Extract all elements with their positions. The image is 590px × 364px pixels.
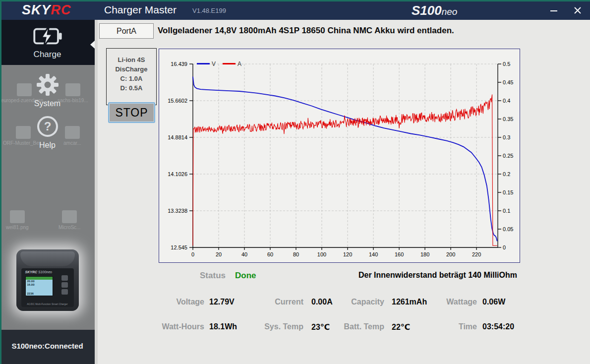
stat-label-sys-temp: Sys. Temp <box>219 322 303 331</box>
stat-label-watt-hours: Watt-Hours <box>120 322 204 331</box>
sidebar-item-label: System <box>0 99 95 108</box>
charge-battery-icon <box>0 26 95 49</box>
svg-text:0: 0 <box>191 251 194 257</box>
minimize-button[interactable] <box>545 4 562 17</box>
svg-text:16.439: 16.439 <box>171 61 187 67</box>
stat-label-capacity: Capacity <box>300 298 384 306</box>
device-lcd-screen: 20.00 16.00 2236 <box>25 276 53 296</box>
model-logo: S100neo <box>412 3 457 18</box>
chart: 16.43915.660214.881414.102613.323812.545… <box>159 49 520 263</box>
model-name: S100 <box>412 3 442 18</box>
device-image: SKYRC S100neo 20.00 16.00 2236 AC/DC Mul… <box>0 234 95 326</box>
device-lcd-value3: 2236 <box>27 292 34 295</box>
main-content: PortA Vollgeladener 14,8V 1800mAh 4S1P 1… <box>95 20 590 364</box>
sidebar: Bedienungsan...europed-zuenderre...sachs… <box>0 20 95 364</box>
profile-mode: DisCharge <box>107 64 156 74</box>
connection-status-bar: S100neo:Connected <box>0 330 95 364</box>
window-edge-left <box>0 0 1 364</box>
sidebar-item-label: Help <box>0 141 95 150</box>
titlebar: SKYRC Charger Master V1.48.E199 S100neo <box>0 0 590 20</box>
sidebar-item-system[interactable]: System <box>0 69 95 107</box>
app-window: SKYRC Charger Master V1.48.E199 S100neo … <box>0 0 590 364</box>
device-lcd-value2: 16.00 <box>26 283 53 287</box>
stat-label-current: Current <box>219 298 303 306</box>
svg-text:0.35: 0.35 <box>503 116 513 122</box>
stat-label-batt-temp: Batt. Temp <box>300 322 384 331</box>
status-message: Vollgeladener 14,8V 1800mAh 4S1P 18650 C… <box>158 26 454 36</box>
app-version: V1.48.E199 <box>192 7 226 14</box>
connection-status-text: S100neo:Connected <box>0 342 95 350</box>
stat-value-time: 03:54:20 <box>482 322 514 331</box>
svg-text:0.3: 0.3 <box>503 134 510 140</box>
sidebar-item-charge[interactable]: Charge <box>0 20 95 65</box>
profile-box: Li-ion 4S DisCharge C: 1.0A D: 0.5A <box>106 48 157 105</box>
svg-text:0.25: 0.25 <box>503 153 513 159</box>
stat-label-voltage: Voltage <box>120 298 204 306</box>
svg-text:120: 120 <box>343 251 352 257</box>
svg-text:140: 140 <box>369 251 378 257</box>
device-buttons <box>61 275 69 297</box>
gear-icon <box>0 73 95 98</box>
stat-value-wattage: 0.06W <box>482 298 505 306</box>
profile-chemistry: Li-ion 4S <box>107 55 156 64</box>
status-row: Status Done Der Innenwiderstand beträgt … <box>95 271 590 283</box>
status-label: Status <box>176 271 226 281</box>
svg-text:40: 40 <box>241 251 247 257</box>
logo-sky: SKY <box>22 2 51 17</box>
svg-text:14.1026: 14.1026 <box>168 171 187 177</box>
svg-text:12.545: 12.545 <box>171 244 187 250</box>
svg-text:160: 160 <box>395 251 404 257</box>
chart-plot-bg <box>159 49 520 262</box>
svg-text:180: 180 <box>420 251 429 257</box>
selected-item-arrow <box>90 41 95 49</box>
help-question-icon: ? <box>0 115 95 140</box>
svg-text:V: V <box>212 61 216 67</box>
svg-text:15.6602: 15.6602 <box>168 98 187 104</box>
svg-text:20: 20 <box>216 251 222 257</box>
minimize-icon <box>549 6 558 15</box>
skyrc-logo: SKYRC <box>22 2 71 18</box>
model-suffix: neo <box>442 6 458 17</box>
svg-text:100: 100 <box>317 251 326 257</box>
svg-text:0.2: 0.2 <box>503 171 510 177</box>
device-lcd-value1: 20.00 <box>26 280 53 283</box>
device-model: S100neo <box>38 270 52 274</box>
svg-text:13.3238: 13.3238 <box>168 208 187 214</box>
svg-text:?: ? <box>44 120 51 133</box>
profile-charge-current: C: 1.0A <box>107 74 156 83</box>
stop-button[interactable]: STOP <box>108 102 155 123</box>
svg-text:14.8814: 14.8814 <box>168 134 187 140</box>
svg-text:0: 0 <box>503 244 506 250</box>
close-button[interactable] <box>569 4 586 17</box>
svg-text:0.45: 0.45 <box>503 79 513 85</box>
svg-text:0.4: 0.4 <box>503 98 510 104</box>
stat-label-time: Time <box>393 322 477 331</box>
tab-porta[interactable]: PortA <box>99 23 154 39</box>
svg-text:80: 80 <box>293 251 299 257</box>
svg-text:200: 200 <box>446 251 455 257</box>
svg-text:0.5: 0.5 <box>503 61 510 67</box>
device-front-panel: SKYRC S100neo 20.00 16.00 2236 AC/DC Mul… <box>21 268 74 307</box>
app-title: Charger Master <box>104 4 177 16</box>
svg-text:0.05: 0.05 <box>503 226 513 232</box>
status-value: Done <box>235 271 256 281</box>
stat-label-wattage: Wattage <box>393 298 477 306</box>
window-edge-top <box>0 0 590 1</box>
desktop-ghost-item: MicroSc... <box>59 210 80 230</box>
profile-discharge-current: D: 0.5A <box>107 83 156 93</box>
device-caption: AC/DC Multi-Function Smart Charger <box>21 303 74 305</box>
svg-text:0.1: 0.1 <box>503 208 510 214</box>
resistance-message: Der Innenwiderstand beträgt 140 MilliOhm <box>293 271 517 280</box>
device-body: SKYRC S100neo 20.00 16.00 2236 AC/DC Mul… <box>16 249 79 311</box>
content-left-strip <box>95 20 98 364</box>
svg-text:0.15: 0.15 <box>503 189 513 195</box>
svg-text:60: 60 <box>267 251 273 257</box>
device-top-face <box>20 251 75 266</box>
svg-text:220: 220 <box>472 251 481 257</box>
logo-rc: RC <box>51 2 71 17</box>
sidebar-item-help[interactable]: ? Help <box>0 112 95 150</box>
svg-text:A: A <box>237 61 241 67</box>
sidebar-item-label: Charge <box>0 50 95 60</box>
device-brand: SKYRC <box>25 270 38 274</box>
close-icon <box>573 6 582 15</box>
